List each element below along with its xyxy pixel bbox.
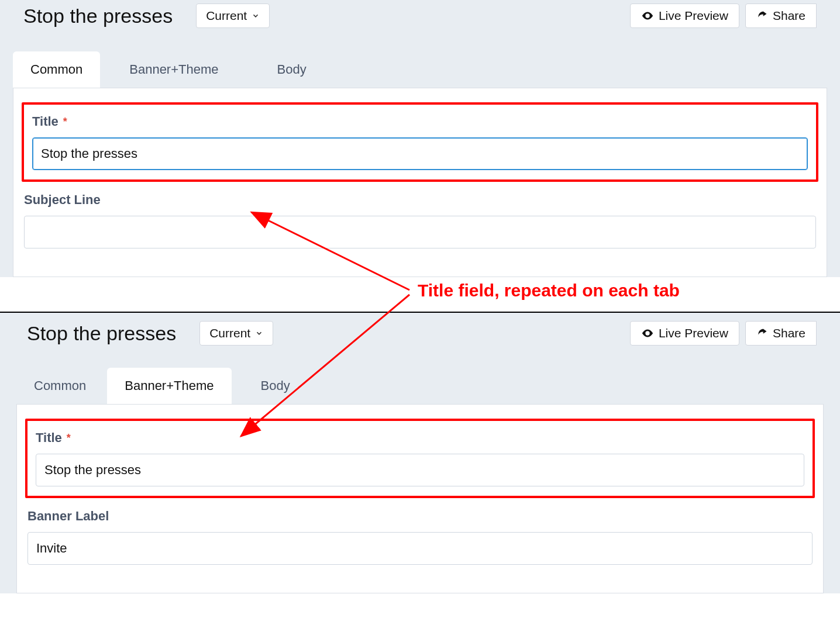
tab-banner-theme[interactable]: Banner+Theme: [112, 51, 236, 88]
editor-header: Stop the presses Current Live Preview: [0, 0, 840, 35]
header-actions: Live Preview Share: [630, 321, 817, 346]
live-preview-label: Live Preview: [659, 326, 728, 340]
page-title: Stop the presses: [23, 5, 173, 27]
eye-icon: [641, 327, 654, 340]
annotation-label: Title field, repeated on each tab: [418, 281, 680, 301]
banner-label-input[interactable]: [27, 532, 813, 565]
share-icon: [756, 10, 768, 22]
subject-line-input[interactable]: [24, 216, 816, 248]
share-button[interactable]: Share: [745, 4, 817, 28]
live-preview-button[interactable]: Live Preview: [630, 321, 739, 346]
editor-panel-banner: Stop the presses Current Live Preview: [0, 312, 840, 593]
highlight-box-banner-title: Title *: [25, 419, 815, 498]
svg-point-0: [646, 15, 649, 17]
version-selector-label: Current: [209, 326, 250, 340]
required-asterisk-icon: *: [63, 116, 67, 128]
chevron-down-icon: [255, 329, 263, 337]
version-selector-label: Current: [206, 9, 247, 23]
share-button[interactable]: Share: [745, 321, 817, 346]
editor-header: Stop the presses Current Live Preview: [0, 313, 840, 353]
form-panel: Title * Subject Line: [13, 88, 827, 277]
page-title: Stop the presses: [27, 322, 176, 345]
header-actions: Live Preview Share: [630, 4, 817, 28]
editor-panel-common: Stop the presses Current Live Preview: [0, 0, 840, 277]
live-preview-button[interactable]: Live Preview: [630, 4, 739, 28]
share-icon: [756, 327, 768, 339]
tab-common[interactable]: Common: [13, 51, 100, 88]
title-label: Title *: [32, 114, 808, 129]
svg-point-1: [646, 332, 649, 334]
eye-icon: [641, 9, 654, 22]
tab-body[interactable]: Body: [260, 51, 324, 88]
required-asterisk-icon: *: [67, 432, 71, 444]
title-input[interactable]: [36, 454, 804, 486]
version-selector[interactable]: Current: [196, 4, 270, 28]
chevron-down-icon: [252, 12, 260, 20]
tabs: Common Banner+Theme Body: [0, 353, 840, 404]
share-label: Share: [773, 326, 805, 340]
title-input[interactable]: [32, 137, 808, 170]
tab-body[interactable]: Body: [243, 368, 308, 404]
version-selector[interactable]: Current: [199, 321, 273, 346]
title-label: Title *: [36, 430, 804, 445]
banner-label-label: Banner Label: [27, 509, 813, 524]
highlight-box-common-title: Title *: [22, 102, 818, 182]
tab-banner-theme[interactable]: Banner+Theme: [107, 368, 231, 404]
live-preview-label: Live Preview: [659, 9, 728, 23]
tabs: Common Banner+Theme Body: [0, 35, 840, 88]
form-panel: Title * Banner Label: [16, 404, 824, 593]
subject-line-label: Subject Line: [24, 192, 816, 208]
share-label: Share: [773, 9, 805, 23]
tab-common[interactable]: Common: [16, 368, 104, 404]
